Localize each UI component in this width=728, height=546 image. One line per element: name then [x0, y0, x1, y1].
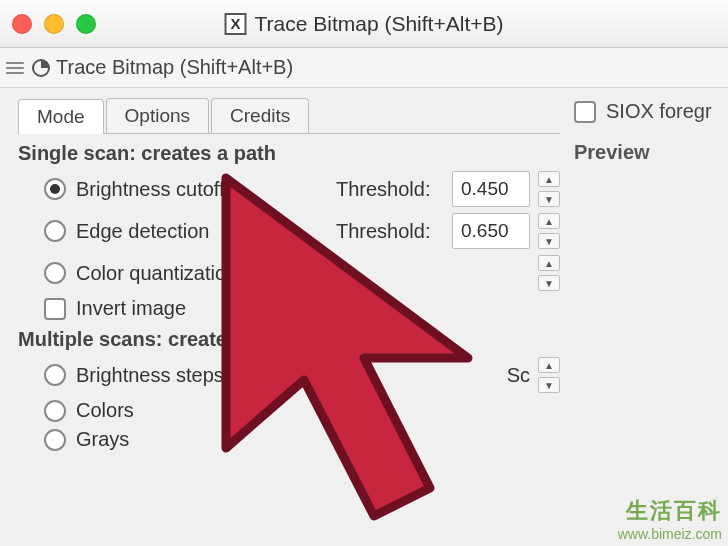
colorq-spinner: ▲ ▼: [538, 255, 560, 291]
colors-radio[interactable]: [44, 400, 66, 422]
siox-checkbox[interactable]: [574, 101, 596, 123]
siox-label: SIOX foregr: [606, 100, 712, 123]
edge-threshold-spinner: ▲ ▼: [538, 213, 560, 249]
brightness-steps-radio[interactable]: [44, 364, 66, 386]
multiple-scans-heading: Multiple scans: creates a: [18, 328, 560, 351]
colorq-spinner-group: ▲ ▼: [538, 255, 560, 291]
invert-image-checkbox[interactable]: [44, 298, 66, 320]
brightness-steps-row: Brightness steps Sc ▲ ▼: [18, 357, 560, 393]
edge-detection-label: Edge detection: [76, 220, 326, 243]
brightness-threshold-spinner: ▲ ▼: [538, 171, 560, 207]
right-panel: SIOX foregr Preview: [568, 88, 728, 546]
spinner-down-icon[interactable]: ▼: [538, 377, 560, 393]
threshold-label: Threshold:: [336, 220, 444, 243]
titlebar: X Trace Bitmap (Shift+Alt+B): [0, 0, 728, 48]
spinner-up-icon[interactable]: ▲: [538, 255, 560, 271]
palette-header: Trace Bitmap (Shift+Alt+B): [0, 48, 728, 88]
brightness-cutoff-label: Brightness cutoff: [76, 178, 326, 201]
threshold-label: Threshold:: [336, 178, 444, 201]
watermark: 生活百科 www.bimeiz.com: [618, 496, 722, 542]
document-icon: X: [225, 13, 247, 35]
tab-options[interactable]: Options: [106, 98, 209, 133]
watermark-cn: 生活百科: [618, 496, 722, 526]
brightness-cutoff-radio[interactable]: [44, 178, 66, 200]
invert-image-row: Invert image: [18, 297, 560, 320]
tab-mode[interactable]: Mode: [18, 99, 104, 134]
window-title-group: X Trace Bitmap (Shift+Alt+B): [225, 12, 504, 36]
siox-row: SIOX foregr: [574, 100, 722, 123]
palette-title: Trace Bitmap (Shift+Alt+B): [56, 56, 293, 79]
grip-icon[interactable]: [6, 55, 24, 81]
minimize-icon[interactable]: [44, 14, 64, 34]
watermark-url: www.bimeiz.com: [618, 526, 722, 542]
zoom-icon[interactable]: [76, 14, 96, 34]
spinner-down-icon[interactable]: ▼: [538, 191, 560, 207]
colors-row: Colors: [18, 399, 560, 422]
edge-threshold-group: Threshold: 0.650 ▲ ▼: [336, 213, 560, 249]
single-scan-heading: Single scan: creates a path: [18, 142, 560, 165]
grays-row: Grays: [18, 428, 560, 451]
grays-radio[interactable]: [44, 429, 66, 451]
scans-label-fragment: Sc: [507, 364, 530, 387]
spinner-down-icon[interactable]: ▼: [538, 233, 560, 249]
mode-panel: Mode Options Credits Single scan: create…: [0, 88, 568, 546]
edge-detection-radio[interactable]: [44, 220, 66, 242]
spinner-up-icon[interactable]: ▲: [538, 213, 560, 229]
preview-label: Preview: [574, 141, 722, 164]
edge-threshold-input[interactable]: 0.650: [452, 213, 530, 249]
tab-credits[interactable]: Credits: [211, 98, 309, 133]
window-controls: [12, 14, 96, 34]
brightness-steps-group: Sc ▲ ▼: [507, 357, 560, 393]
trace-bitmap-icon: [30, 57, 52, 79]
brightness-threshold-input[interactable]: 0.450: [452, 171, 530, 207]
edge-detection-row: Edge detection Threshold: 0.650 ▲ ▼: [18, 213, 560, 249]
tab-strip: Mode Options Credits: [18, 98, 560, 134]
spinner-down-icon[interactable]: ▼: [538, 275, 560, 291]
color-quantization-row: Color quantization ▲ ▼: [18, 255, 560, 291]
spinner-up-icon[interactable]: ▲: [538, 357, 560, 373]
brightness-steps-label: Brightness steps: [76, 364, 497, 387]
invert-image-label: Invert image: [76, 297, 560, 320]
window-title: Trace Bitmap (Shift+Alt+B): [255, 12, 504, 36]
main-area: Mode Options Credits Single scan: create…: [0, 88, 728, 546]
close-icon[interactable]: [12, 14, 32, 34]
spinner-up-icon[interactable]: ▲: [538, 171, 560, 187]
brightness-steps-spinner: ▲ ▼: [538, 357, 560, 393]
brightness-threshold-group: Threshold: 0.450 ▲ ▼: [336, 171, 560, 207]
grays-label: Grays: [76, 428, 560, 451]
colors-label: Colors: [76, 399, 560, 422]
color-quantization-radio[interactable]: [44, 262, 66, 284]
brightness-cutoff-row: Brightness cutoff Threshold: 0.450 ▲ ▼: [18, 171, 560, 207]
color-quantization-label: Color quantization: [76, 262, 528, 285]
